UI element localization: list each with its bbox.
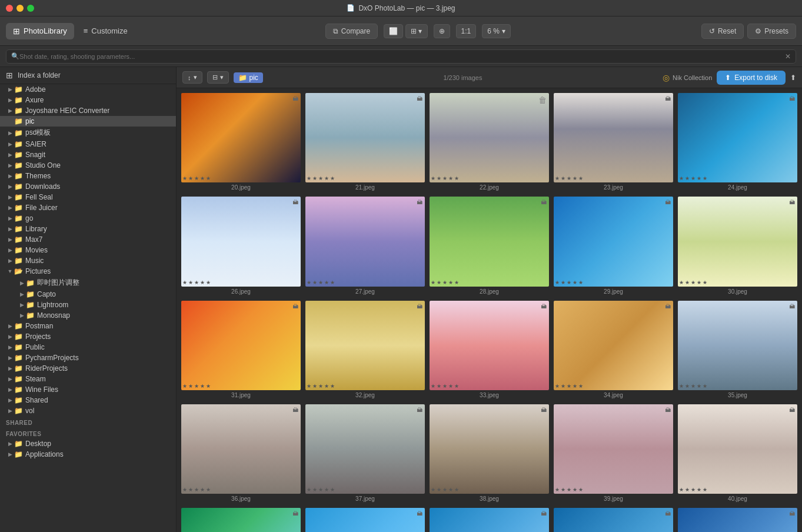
sidebar-item-vol[interactable]: ▶ 📁 vol xyxy=(0,405,176,416)
sidebar-item-psd[interactable]: ▶ 📁 psd模板 xyxy=(0,127,176,139)
sidebar-item-public[interactable]: ▶ 📁 Public xyxy=(0,342,176,353)
clear-search-button[interactable]: ✕ xyxy=(785,52,791,61)
sidebar-item-riderprojects[interactable]: ▶ 📁 RiderProjects xyxy=(0,363,176,374)
dxo-badge: 🏔 xyxy=(292,199,298,205)
delete-button[interactable]: 🗑 xyxy=(538,95,547,105)
sidebar-item-monosnap[interactable]: ▶ 📁 Monosnap xyxy=(0,310,176,321)
photo-cell-24[interactable]: 🏔 ★★★★★ 24.jpeg xyxy=(675,91,800,194)
sidebar-item-pycharmprojects[interactable]: ▶ 📁 PycharmProjects xyxy=(0,353,176,363)
fit-button[interactable]: ⊕ xyxy=(434,24,450,38)
sidebar-item-steam[interactable]: ▶ 📁 Steam xyxy=(0,374,176,384)
photo-thumbnail xyxy=(554,197,673,286)
photo-cell-42[interactable]: 🏔 ★★★★★ 42.jpeg xyxy=(303,506,427,532)
sidebar-item-joyoshare[interactable]: ▶ 📁 Joyoshare HEIC Converter xyxy=(0,105,176,116)
sidebar-item-adobe[interactable]: ▶ 📁 Adobe xyxy=(0,84,176,95)
photo-stars: ★★★★★ xyxy=(679,175,707,181)
photo-label: 20.jpeg xyxy=(181,182,301,192)
sidebar-item-movies[interactable]: ▶ 📁 Movies xyxy=(0,245,176,255)
folder-icon: 📁 xyxy=(14,96,23,104)
photo-label: 28.jpeg xyxy=(430,287,549,296)
sidebar-item-applications[interactable]: ▶ 📁 Applications xyxy=(0,449,176,460)
expand-arrow: ▶ xyxy=(6,334,14,340)
photo-cell-30[interactable]: 🏔 ★★★★★ 30.jpeg xyxy=(675,194,800,298)
sidebar-item-studioone[interactable]: ▶ 📁 Studio One xyxy=(0,160,176,171)
photo-cell-28[interactable]: 🏔 ★★★★★ 28.jpeg xyxy=(427,194,551,298)
search-input-wrap[interactable]: 🔍 ✕ xyxy=(6,49,796,64)
sidebar-item-lightroom[interactable]: ▶ 📁 Lightroom xyxy=(0,300,176,310)
photo-cell-37[interactable]: 🏔 ★★★★★ 37.jpeg xyxy=(303,402,427,506)
view-grid-button[interactable]: ⊞ ▾ xyxy=(405,24,427,38)
sidebar-item-axure[interactable]: ▶ 📁 Axure xyxy=(0,95,176,105)
index-folder-button[interactable]: ⊞ Index a folder xyxy=(0,67,176,84)
minimize-button[interactable] xyxy=(16,5,24,12)
export-to-disk-button[interactable]: ⬆ Export to disk xyxy=(717,71,786,85)
photo-cell-34[interactable]: 🏔 ★★★★★ 34.jpeg xyxy=(551,298,675,402)
sidebar-item-filejuicer[interactable]: ▶ 📁 File Juicer xyxy=(0,202,176,213)
photo-cell-38[interactable]: 🏔 ★★★★★ 38.jpeg xyxy=(427,402,551,506)
expand-arrow: ▶ xyxy=(6,365,14,371)
photo-cell-32[interactable]: 🏔 ★★★★★ 32.jpeg xyxy=(303,298,427,402)
reset-button[interactable]: ↺ Reset xyxy=(701,24,744,39)
sidebar-item-fellseal[interactable]: ▶ 📁 Fell Seal xyxy=(0,192,176,202)
photo-thumbnail xyxy=(430,93,549,182)
sidebar-item-shared-folder[interactable]: ▶ 📁 Shared xyxy=(0,395,176,405)
sidebar-item-projects[interactable]: ▶ 📁 Projects xyxy=(0,331,176,342)
photo-cell-29[interactable]: 🏔 ★★★★★ 29.jpeg xyxy=(551,194,675,298)
nik-collection-button[interactable]: ◎ Nik Collection xyxy=(663,73,712,82)
favorites-section-header: FAVORITES xyxy=(0,427,176,438)
close-button[interactable] xyxy=(6,5,13,12)
filter-button[interactable]: ⊟ ▾ xyxy=(207,71,229,84)
sidebar-item-go[interactable]: ▶ 📁 go xyxy=(0,213,176,224)
expand-arrow: ▶ xyxy=(6,247,14,253)
photo-cell-44[interactable]: 🏔 ★★★★★ 44.jpeg xyxy=(551,506,675,532)
photo-cell-20[interactable]: 🏔 ★★★★★ 20.jpeg xyxy=(179,91,303,194)
sidebar-item-postman[interactable]: ▶ 📁 Postman xyxy=(0,321,176,331)
photo-cell-36[interactable]: 🏔 ★★★★★ 36.jpeg xyxy=(179,402,303,506)
photo-cell-45[interactable]: 🏔 ★★★★★ 45.jpeg xyxy=(675,506,800,532)
sidebar-item-label: Adobe xyxy=(25,85,46,94)
sidebar-item-max7[interactable]: ▶ 📁 Max7 xyxy=(0,234,176,245)
maximize-button[interactable] xyxy=(27,5,34,12)
sidebar-item-jieshi[interactable]: ▶ 📁 即时图片调整 xyxy=(0,277,176,289)
photo-cell-40[interactable]: 🏔 ★★★★★ 40.jpeg xyxy=(675,402,800,506)
sidebar-item-desktop[interactable]: ▶ 📁 Desktop xyxy=(0,438,176,449)
photo-thumbnail xyxy=(678,197,797,286)
sidebar-item-label: Max7 xyxy=(25,235,42,244)
sidebar-item-snagit[interactable]: ▶ 📁 Snagit xyxy=(0,149,176,160)
photo-cell-22[interactable]: 🗑 ★★★★★ 22.jpeg xyxy=(427,91,551,194)
photo-cell-31[interactable]: 🏔 ★★★★★ 31.jpeg xyxy=(179,298,303,402)
sidebar-item-music[interactable]: ▶ 📁 Music xyxy=(0,255,176,266)
sidebar-item-capto[interactable]: ▶ 📁 Capto xyxy=(0,289,176,300)
photo-cell-23[interactable]: 🏔 ★★★★★ 23.jpeg xyxy=(551,91,675,194)
window-controls[interactable] xyxy=(6,5,34,12)
photo-cell-43[interactable]: 🏔 ★★★★★ 43.jpeg xyxy=(427,506,551,532)
photo-cell-26[interactable]: 🏔 ★★★★★ 26.jpeg xyxy=(179,194,303,298)
sidebar-item-label: Pictures xyxy=(25,267,51,275)
photo-label: 21.jpeg xyxy=(305,182,425,192)
view-single-button[interactable]: ⬜ xyxy=(384,24,403,38)
photo-library-tab[interactable]: ⊞ PhotoLibrary xyxy=(6,23,74,39)
sidebar-item-pictures[interactable]: ▼ 📂 Pictures xyxy=(0,266,176,277)
photo-cell-35[interactable]: 🏔 ★★★★★ 35.jpeg xyxy=(675,298,800,402)
sort-button[interactable]: ↕ ▾ xyxy=(182,71,202,84)
photo-thumbnail xyxy=(678,508,797,532)
photo-cell-21[interactable]: 🏔 ★★★★★ 21.jpeg xyxy=(303,91,427,194)
photo-cell-41[interactable]: 🏔 ★★★★★ 41.jpeg xyxy=(179,506,303,532)
photo-cell-33[interactable]: 🏔 ★★★★★ 33.jpeg xyxy=(427,298,551,402)
photo-cell-27[interactable]: 🏔 ★★★★★ 27.jpeg xyxy=(303,194,427,298)
compare-button[interactable]: ⧉ Compare xyxy=(325,24,378,39)
search-input[interactable] xyxy=(19,53,785,60)
sidebar-item-themes[interactable]: ▶ 📁 Themes xyxy=(0,171,176,181)
photo-cell-39[interactable]: 🏔 ★★★★★ 39.jpeg xyxy=(551,402,675,506)
export-more-button[interactable]: ⬆ xyxy=(790,74,796,82)
sidebar-item-pic[interactable]: 📁 pic xyxy=(0,116,176,127)
photo-label: 34.jpeg xyxy=(554,390,673,400)
customize-tab[interactable]: ≡ Customize xyxy=(76,23,135,39)
folder-icon: 📁 xyxy=(14,354,23,362)
sort-arrow: ▾ xyxy=(194,74,197,81)
sidebar-item-downloads[interactable]: ▶ 📁 Downloads xyxy=(0,181,176,192)
sidebar-item-winefiles[interactable]: ▶ 📁 Wine Files xyxy=(0,384,176,395)
sidebar-item-library[interactable]: ▶ 📁 Library xyxy=(0,224,176,234)
presets-button[interactable]: ⚙ Presets xyxy=(747,24,796,39)
sidebar-item-saier[interactable]: ▶ 📁 SAIER xyxy=(0,139,176,149)
